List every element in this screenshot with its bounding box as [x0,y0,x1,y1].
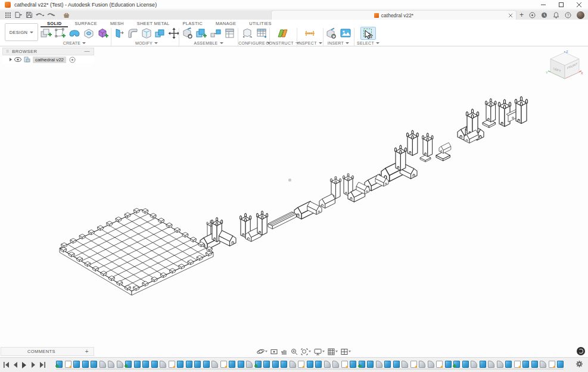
timeline-feature-fillet[interactable] [497,361,503,368]
configuration-table-button[interactable] [255,27,268,40]
assemble-new-component-button[interactable] [195,27,209,40]
add-comment-button[interactable]: + [85,348,89,355]
timeline-feature-extrude[interactable] [367,361,374,368]
timeline-feature-extrude[interactable] [480,361,486,368]
press-pull-button[interactable] [113,27,126,40]
joint-button[interactable] [209,27,222,40]
maximize-button[interactable] [552,0,570,10]
model-piece-twin-towers[interactable] [331,173,369,202]
root-component-label[interactable]: cathedral v22 [33,57,66,63]
orbit-button[interactable] [256,348,268,355]
timeline-feature-component[interactable] [125,361,132,368]
new-tab-button[interactable]: + [519,12,524,18]
group-configure-label[interactable]: CONFIGURE [238,41,265,45]
group-insert-label[interactable]: INSERT [328,41,344,45]
timeline-feature-sketch[interactable] [220,361,227,368]
workspace-selector[interactable]: DESIGN [5,23,38,41]
timeline-feature-extrude[interactable] [229,361,235,368]
go-to-end-button[interactable] [39,361,45,368]
timeline-feature-fillet[interactable] [290,361,296,368]
timeline-feature-sketch[interactable] [549,361,555,368]
timeline-feature-extrude[interactable] [82,361,89,368]
timeline-feature-fillet[interactable] [160,361,166,368]
model-piece-tower[interactable] [483,99,496,128]
timeline-feature-extrude[interactable] [134,361,141,368]
timeline-feature-extrude[interactable] [91,361,97,368]
zoom-button[interactable] [290,348,298,355]
undo-button[interactable] [35,11,45,19]
timeline-feature-sketch[interactable] [514,361,521,368]
timeline-feature-extrude[interactable] [142,361,149,368]
visibility-eye-icon[interactable] [14,57,21,62]
shell-button[interactable] [141,27,153,40]
create-base-feature-button[interactable] [82,27,95,40]
timeline-feature-extrude[interactable] [307,361,313,368]
timeline-feature-extrude[interactable] [281,361,287,368]
timeline-feature-extrude[interactable] [315,361,322,368]
move-copy-button[interactable] [167,27,180,40]
timeline-feature-fillet[interactable] [246,361,253,368]
comments-bar[interactable]: COMMENTS + [1,347,94,356]
timeline-feature-extrude[interactable] [177,361,183,368]
timeline-feature-sketch[interactable] [341,361,348,368]
timeline-feature-fillet[interactable] [108,361,114,368]
display-settings-button[interactable] [313,348,325,355]
configure-button[interactable] [241,27,254,40]
timeline-feature-extrude[interactable] [557,361,564,368]
play-button[interactable] [21,361,27,368]
fillet-button[interactable] [127,27,139,40]
timeline-feature-fillet[interactable] [332,361,339,368]
timeline-settings-button[interactable] [575,360,583,370]
go-to-start-button[interactable] [3,361,10,368]
select-button[interactable] [360,27,376,40]
activate-radio-icon[interactable] [69,57,76,63]
step-back-button[interactable] [12,361,18,368]
create-form-button[interactable] [68,27,81,40]
model-piece-gatehouse[interactable] [200,217,236,249]
job-status-icon[interactable] [541,12,547,18]
layout-grid-button[interactable] [327,348,338,355]
insert-derive-button-2[interactable] [325,27,338,40]
timeline-feature-fillet[interactable] [402,361,408,368]
timeline-feature-extrude[interactable] [186,361,192,368]
fit-button[interactable] [300,348,312,355]
group-select-label[interactable]: SELECT [357,41,374,45]
combine-button[interactable] [154,27,166,40]
close-button[interactable] [570,0,588,10]
toolbox-button[interactable] [61,11,71,19]
look-at-button[interactable] [270,348,278,355]
assistant-badge[interactable] [577,347,585,355]
model-piece-corner-towers[interactable] [240,211,268,242]
timeline-feature-extrude[interactable] [350,361,356,368]
timeline-feature-extrude[interactable] [531,361,538,368]
canvas-button[interactable] [339,27,352,40]
timeline-feature-fillet[interactable] [211,361,218,368]
timeline-feature-fillet[interactable] [324,361,331,368]
timeline-feature-fillet[interactable] [117,361,123,368]
timeline-feature-fillet[interactable] [471,361,477,368]
timeline-feature-component[interactable] [453,361,460,368]
collapse-panel-button[interactable]: — [85,50,91,53]
timeline-feature-extrude[interactable] [238,361,244,368]
help-icon[interactable]: ? [565,12,571,18]
model-piece-house[interactable] [319,194,335,208]
data-panel-button[interactable] [2,11,13,19]
measure-button[interactable] [302,27,318,40]
timeline-feature-extrude[interactable] [272,361,279,368]
viewports-button[interactable] [340,348,351,355]
timeline-feature-extrude[interactable] [384,361,391,368]
viewport-canvas[interactable]: LEFT FRONT Z Y X [0,46,588,357]
browser-root-row[interactable]: cathedral v22 [2,55,94,64]
model-piece-base[interactable] [436,143,451,161]
panel-grip-icon[interactable]: ⠿ [6,49,10,54]
insert-derive-button[interactable] [181,27,194,40]
timeline-feature-sketch[interactable] [65,361,71,368]
new-component-button[interactable] [39,27,52,40]
expand-caret-icon[interactable] [10,58,12,61]
timeline-feature-fillet[interactable] [540,361,546,368]
tab-close-button[interactable] [508,12,514,18]
timeline-feature-extrude[interactable] [462,361,469,368]
group-inspect-label[interactable]: INSPECT [297,41,316,45]
group-assemble-label[interactable]: ASSEMBLE [194,41,217,45]
group-modify-label[interactable]: MODIFY [135,41,153,45]
